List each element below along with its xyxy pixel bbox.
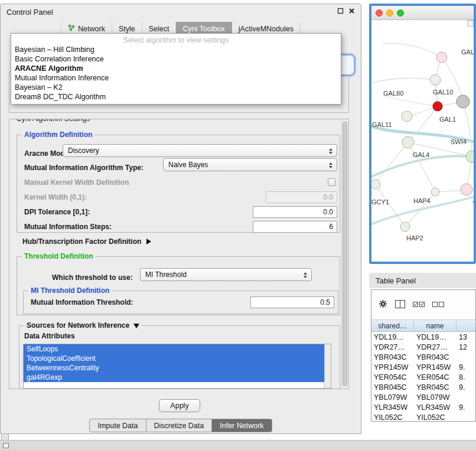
select-all-checkboxes-icon[interactable]	[413, 301, 425, 309]
tab-discretize-data[interactable]: Discretize Data	[146, 419, 213, 432]
gear-icon[interactable]	[379, 299, 387, 310]
algorithm-option[interactable]: Bayesian – Hill Climbing	[11, 45, 341, 54]
network-node[interactable]	[457, 95, 470, 108]
network-edge[interactable]	[408, 142, 435, 192]
table-row[interactable]: YBR043CYBR043C	[371, 352, 475, 362]
which-threshold-label: Which threshold to use:	[52, 271, 133, 284]
zoom-traffic-light-icon[interactable]	[397, 9, 404, 17]
close-icon[interactable]	[348, 8, 355, 16]
minimize-traffic-light-icon[interactable]	[386, 9, 393, 17]
table-row[interactable]: YBR045CYBR045C9.	[371, 382, 475, 392]
table-cell: YDR27…	[414, 343, 457, 351]
table-row[interactable]: YDR27…YDR27…12	[371, 342, 475, 352]
table-cell: YIL052C	[414, 413, 457, 422]
network-node[interactable]	[433, 102, 442, 111]
data-attributes-list[interactable]: SelfLoopsTopologicalCoefficientBetweenne…	[23, 344, 331, 389]
columns-icon[interactable]	[395, 300, 405, 310]
network-scrollbar[interactable]	[467, 20, 474, 27]
attribute-item[interactable]: BetweennessCentrality	[24, 363, 331, 373]
table-header-row: shared… name	[371, 319, 475, 332]
node-label: GAL80	[383, 90, 403, 97]
table-cell: YBL079W	[371, 393, 414, 402]
algorithm-option[interactable]: Mutual Information Inference	[11, 73, 341, 83]
tab-infer-network[interactable]: Infer Network	[212, 419, 272, 432]
hub-section-label: Hub/Transcription Factor Definition	[22, 237, 141, 246]
sources-title[interactable]: Sources for Network Inference	[24, 321, 142, 330]
node-label: GAL4	[413, 151, 429, 158]
column-header-extra[interactable]	[457, 320, 475, 331]
expand-arrow-icon[interactable]	[133, 324, 139, 328]
attribute-item[interactable]: TopologicalCoefficient	[24, 354, 331, 363]
window-title: Control Panel	[6, 8, 53, 17]
table-cell: 9.	[457, 363, 475, 371]
node-label: GAL10	[433, 89, 453, 96]
network-edge[interactable]	[383, 96, 438, 106]
network-edge[interactable]	[383, 44, 442, 57]
table-panel-window: shared… name YDL19…YDL19…13YDR27…YDR27…1…	[371, 289, 476, 422]
close-traffic-light-icon[interactable]	[376, 9, 383, 17]
table-row[interactable]: YER054CYER054C8.	[371, 372, 475, 382]
list-scrollbar[interactable]	[324, 344, 331, 388]
node-label: GCY1	[371, 198, 389, 206]
float-window-icon[interactable]	[337, 8, 344, 16]
network-edge[interactable]	[371, 78, 435, 84]
table-cell: YLR345W	[371, 403, 414, 412]
deselect-all-checkboxes-icon[interactable]	[432, 301, 444, 309]
network-node[interactable]	[371, 180, 380, 189]
algorithm-option[interactable]: ARACNE Algorithm	[11, 64, 341, 73]
algorithm-option[interactable]: Basic Correlation Inference	[11, 54, 341, 64]
network-node[interactable]	[400, 222, 410, 231]
table-cell: YER054C	[371, 373, 414, 381]
network-node[interactable]	[402, 111, 412, 122]
tab-label: Infer Network	[220, 422, 263, 430]
table-row[interactable]: YDL19…YDL19…13	[371, 332, 475, 342]
table-row[interactable]: YPR145WYPR145W9.	[371, 362, 475, 372]
tab-impute-data[interactable]: Impute Data	[89, 419, 146, 432]
network-edge[interactable]	[463, 102, 472, 156]
manual-kernel-width-checkbox[interactable]	[328, 178, 335, 186]
algorithm-option[interactable]: Dream8 DC_TDC Algorithm	[11, 92, 341, 102]
settings-scrollbar-thumb[interactable]	[343, 122, 347, 386]
chevron-updown-icon	[301, 270, 309, 280]
table-row[interactable]: YBL079WYBL079W	[371, 392, 475, 402]
restore-panel-icon[interactable]	[3, 443, 9, 448]
bottom-tab-bar: Impute Data Discretize Data Infer Networ…	[1, 419, 361, 432]
which-threshold-select[interactable]: MI Threshold	[140, 268, 312, 281]
apply-button[interactable]: Apply	[159, 399, 200, 412]
mi-algorithm-type-select[interactable]: Naive Bayes	[163, 158, 337, 171]
mi-steps-input[interactable]: 6	[253, 221, 337, 233]
algorithm-dropdown-popup: Select algorithm to view settings Bayesi…	[11, 33, 341, 105]
dpi-tolerance-input[interactable]: 0.0	[253, 206, 337, 218]
control-panel-titlebar[interactable]: Control Panel	[1, 4, 361, 19]
network-node[interactable]	[430, 74, 441, 85]
network-window-titlebar[interactable]	[371, 6, 474, 20]
network-node[interactable]	[466, 151, 474, 162]
settings-scrollbar[interactable]	[341, 120, 348, 387]
mi-threshold-input[interactable]: 0.5	[250, 296, 334, 308]
table-cell: YLR345W	[414, 403, 457, 412]
table-row[interactable]: YLR345WYLR345W9.	[371, 402, 475, 412]
network-node[interactable]	[431, 188, 439, 196]
network-node[interactable]	[461, 184, 472, 195]
table-cell: YBL079W	[414, 393, 457, 402]
column-header-shared-name[interactable]: shared…	[371, 320, 414, 331]
table-cell: 12	[457, 343, 475, 351]
dpi-tolerance-label: DPI Tolerance [0,1]:	[24, 206, 90, 219]
node-label: GAL	[461, 48, 474, 56]
table-row[interactable]: YIL052CYIL052C	[371, 412, 475, 422]
network-node[interactable]	[402, 136, 414, 148]
mi-algorithm-type-label: Mutual Information Algorithm Type:	[24, 161, 144, 174]
column-header-name[interactable]: name	[414, 320, 457, 331]
network-node[interactable]	[436, 52, 447, 63]
hub-transcription-factor-section[interactable]: Hub/Transcription Factor Definition	[22, 237, 151, 247]
node-label: GAL1	[439, 116, 456, 123]
aracne-mode-select[interactable]: Discovery	[63, 144, 337, 157]
attribute-item[interactable]: SelfLoops	[24, 344, 331, 354]
algorithm-option[interactable]: Bayesian – K2	[11, 83, 341, 92]
kernel-width-input: 0.0	[266, 191, 337, 203]
attribute-item[interactable]: gal4RGexp	[24, 373, 331, 382]
collapse-arrow-icon[interactable]	[146, 239, 151, 244]
table-cell: YER054C	[414, 373, 457, 381]
application-root: Control Panel Network S	[0, 0, 476, 450]
network-canvas[interactable]: GALGAL80GAL10GAL11GAL1SWI4GAL4GCY1HAP4YH…	[371, 20, 474, 262]
